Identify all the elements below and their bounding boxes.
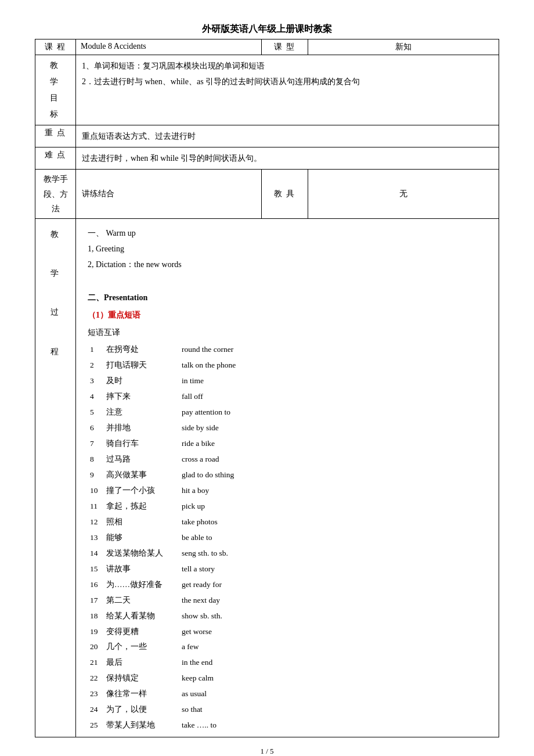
phrase-row: 9高兴做某事glad to do sthing: [88, 467, 493, 483]
presentation-subheading: （1）重点短语: [88, 308, 493, 323]
difficulty-label: 难 点: [35, 147, 76, 170]
phrase-row: 25带某人到某地take ….. to: [88, 718, 493, 733]
phrase-num: 10: [88, 483, 104, 499]
process-row: 教学过程 一、 Warm up 1, Greeting 2, Dictation…: [35, 218, 499, 737]
process-label: 教学过程: [35, 218, 76, 737]
phrase-row: 10撞了一个小孩hit a boy: [88, 483, 493, 499]
goals-label: 教学目标: [35, 55, 76, 125]
goals-line2: 2．过去进行时与 when、while、as 引导的过去时间状语从句连用构成的复…: [82, 74, 493, 90]
phrase-num: 7: [88, 436, 104, 452]
phrase-row: 6并排地side by side: [88, 420, 493, 436]
phrase-en: show sb. sth.: [179, 609, 493, 624]
phrase-en: get ready for: [179, 577, 493, 593]
warmup-heading: 一、 Warm up: [88, 226, 487, 240]
method-content: 讲练结合: [76, 170, 262, 219]
phrase-en: in time: [179, 373, 493, 389]
phrase-row: 23像往常一样as usual: [88, 686, 493, 702]
phrase-num: 8: [88, 452, 104, 467]
phrase-cn: 变得更糟: [104, 624, 179, 640]
phrase-row: 16为……做好准备get ready for: [88, 577, 493, 593]
phrase-en: pay attention to: [179, 405, 493, 420]
method-label: 教学手段、方 法: [35, 170, 76, 219]
phrase-row: 22保持镇定keep calm: [88, 671, 493, 686]
phrase-en: glad to do sthing: [179, 467, 493, 483]
method-label-line1: 教学手段、方: [44, 175, 68, 198]
phrase-row: 7骑自行车ride a bike: [88, 436, 493, 452]
phrase-num: 25: [88, 718, 104, 733]
phrase-cn: 保持镇定: [104, 671, 179, 686]
phrase-cn: 讲故事: [104, 561, 179, 577]
phrase-num: 19: [88, 624, 104, 640]
phrase-num: 4: [88, 389, 104, 405]
phrase-num: 20: [88, 639, 104, 655]
tools-value: 无: [308, 170, 499, 219]
phrase-cn: 高兴做某事: [104, 467, 179, 483]
phrase-cn: 为……做好准备: [104, 577, 179, 593]
phrase-num: 9: [88, 467, 104, 483]
phrase-row: 12照相take photos: [88, 514, 493, 530]
phrase-row: 13能够be able to: [88, 530, 493, 546]
phrase-cn: 过马路: [104, 452, 179, 467]
method-label-line2: 法: [52, 204, 60, 213]
phrase-row: 4摔下来fall off: [88, 389, 493, 405]
phrase-cn: 摔下来: [104, 389, 179, 405]
phrase-en: hit a boy: [179, 483, 493, 499]
phrase-en: tell a story: [179, 561, 493, 577]
phrase-row: 17第二天the next day: [88, 593, 493, 609]
phrase-num: 21: [88, 655, 104, 671]
type-value: 新知: [308, 39, 499, 55]
course-label: 课 程: [35, 39, 76, 55]
goals-content: 1、单词和短语：复习巩固本模块出现的单词和短语 2．过去进行时与 when、wh…: [76, 55, 499, 125]
phrase-cn: 照相: [104, 514, 179, 530]
phrase-en: fall off: [179, 389, 493, 405]
presentation-section: 二、Presentation （1）重点短语 短语互译 1在拐弯处round t…: [82, 290, 493, 733]
phrase-en: take ….. to: [179, 718, 493, 733]
phrase-cn: 第二天: [104, 593, 179, 609]
phrase-num: 15: [88, 561, 104, 577]
phrase-en: so that: [179, 702, 493, 718]
phrase-row: 11拿起，拣起pick up: [88, 499, 493, 514]
phrases-intro: 短语互译: [88, 325, 493, 340]
presentation-heading: 二、Presentation: [88, 290, 493, 305]
phrase-en: side by side: [179, 420, 493, 436]
phrases-table: 1在拐弯处round the corner2打电话聊天talk on the p…: [88, 342, 493, 733]
phrase-num: 17: [88, 593, 104, 609]
phrase-row: 19变得更糟get worse: [88, 624, 493, 640]
phrase-row: 18给某人看某物show sb. sth.: [88, 609, 493, 624]
phrase-num: 6: [88, 420, 104, 436]
phrase-en: talk on the phone: [179, 358, 493, 373]
phrase-num: 13: [88, 530, 104, 546]
goals-line1: 1、单词和短语：复习巩固本模块出现的单词和短语: [82, 59, 493, 74]
phrase-cn: 及时: [104, 373, 179, 389]
phrase-cn: 能够: [104, 530, 179, 546]
phrase-en: pick up: [179, 499, 493, 514]
phrase-en: as usual: [179, 686, 493, 702]
phrase-row: 3及时in time: [88, 373, 493, 389]
phrase-cn: 并排地: [104, 420, 179, 436]
method-row: 教学手段、方 法 讲练结合 教 具 无: [35, 170, 499, 219]
phrase-row: 5注意pay attention to: [88, 405, 493, 420]
course-row: 课 程 Module 8 Accidents 课 型 新知: [35, 39, 499, 55]
type-label: 课 型: [262, 39, 308, 55]
phrase-num: 16: [88, 577, 104, 593]
course-value-text: Module 8 Accidents: [81, 42, 146, 51]
phrase-en: get worse: [179, 624, 493, 640]
phrase-en: cross a road: [179, 452, 493, 467]
warmup-section: 一、 Warm up 1, Greeting 2, Dictation：the …: [82, 222, 493, 276]
phrase-cn: 发送某物给某人: [104, 546, 179, 561]
phrase-cn: 带某人到某地: [104, 718, 179, 733]
phrase-num: 23: [88, 686, 104, 702]
difficulty-content: 过去进行时，when 和 while 引导的时间状语从句。: [76, 147, 499, 170]
page-footer: 1 / 5: [35, 747, 499, 756]
phrase-en: in the end: [179, 655, 493, 671]
phrase-cn: 打电话聊天: [104, 358, 179, 373]
phrase-num: 11: [88, 499, 104, 514]
phrase-num: 2: [88, 358, 104, 373]
phrase-cn: 骑自行车: [104, 436, 179, 452]
phrase-row: 14发送某物给某人seng sth. to sb.: [88, 546, 493, 561]
phrase-row: 1在拐弯处round the corner: [88, 342, 493, 358]
phrase-num: 1: [88, 342, 104, 358]
difficulty-row: 难 点 过去进行时，when 和 while 引导的时间状语从句。: [35, 147, 499, 170]
phrase-en: ride a bike: [179, 436, 493, 452]
goals-row: 教学目标 1、单词和短语：复习巩固本模块出现的单词和短语 2．过去进行时与 wh…: [35, 55, 499, 125]
